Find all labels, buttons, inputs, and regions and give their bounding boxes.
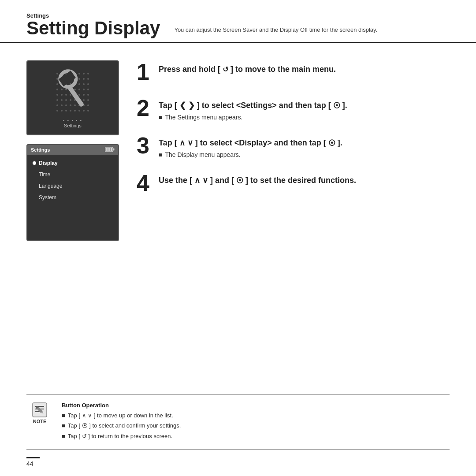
menu-item-system-label: System [33, 194, 56, 201]
screen-1-label-area: • • • • • Settings [63, 119, 82, 130]
svg-point-37 [78, 94, 80, 96]
note-pencil-icon [32, 402, 48, 418]
step-3-note: ■ The Display menu appears. [159, 151, 342, 158]
note-item-3: ■ Tap [ ↺ ] to return to the previous sc… [62, 432, 450, 441]
step-1-number: 1 [137, 60, 159, 83]
screen-dots: • • • • • [63, 119, 82, 123]
svg-rect-71 [106, 148, 108, 151]
step-1-title: Press and hold [ ↺ ] to move to the main… [159, 64, 336, 75]
step-3: 3 Tap [ ∧ ∨ ] to select <Display> and th… [137, 134, 450, 158]
svg-point-16 [56, 83, 58, 85]
note-item-1: ■ Tap [ ∧ ∨ ] to move up or down in the … [62, 411, 450, 420]
active-dot [33, 161, 36, 165]
note-item-1-text: Tap [ ∧ ∨ ] to move up or down in the li… [68, 411, 173, 420]
svg-point-56 [56, 110, 58, 112]
note-section: NOTE Button Operation ■ Tap [ ∧ ∨ ] to m… [26, 394, 450, 450]
menu-item-display: Display [27, 157, 118, 169]
step-2-note: ■ The Settings menu appears. [159, 114, 347, 121]
svg-rect-66 [67, 85, 85, 107]
svg-point-23 [87, 83, 89, 85]
note-bullet-icon-1: ■ [62, 411, 65, 420]
svg-point-50 [65, 104, 67, 106]
left-column: • • • • • Settings Settings [26, 60, 119, 241]
page: Settings Setting Display You can adjust … [0, 0, 476, 476]
step-3-number: 3 [137, 134, 159, 157]
svg-point-52 [74, 104, 76, 106]
step-4-number: 4 [137, 171, 159, 194]
menu-header-bar: Settings [27, 145, 118, 155]
svg-point-22 [83, 83, 85, 85]
page-number-line [26, 457, 40, 458]
svg-point-61 [78, 110, 80, 112]
svg-rect-73 [111, 148, 112, 151]
svg-point-58 [65, 110, 67, 112]
note-bullet-icon-2: ■ [62, 421, 65, 430]
svg-point-26 [65, 89, 67, 90]
svg-point-31 [87, 89, 89, 90]
menu-item-time-label: Time [33, 171, 50, 178]
step-2-note-text: The Settings menu appears. [165, 114, 242, 121]
page-number: 44 [26, 460, 33, 467]
svg-point-30 [83, 89, 85, 90]
svg-point-38 [83, 94, 85, 96]
screen-1-label: Settings [63, 123, 82, 130]
step-1: 1 Press and hold [ ↺ ] to move to the ma… [137, 60, 450, 83]
wrench-icon [53, 69, 93, 118]
step-3-title: Tap [ ∧ ∨ ] to select <Display> and then… [159, 138, 342, 149]
menu-item-display-label: Display [39, 160, 58, 166]
svg-point-24 [56, 89, 58, 90]
note-icon-area: NOTE [26, 402, 53, 424]
step-3-note-text: The Display menu appears. [165, 151, 240, 158]
menu-item-time: Time [27, 169, 118, 180]
menu-title: Settings [31, 147, 50, 152]
step-1-content: Press and hold [ ↺ ] to move to the main… [159, 60, 336, 75]
step-2-content: Tap [ ❮ ❯ ] to select <Settings> and the… [159, 97, 347, 121]
svg-point-7 [87, 73, 89, 74]
svg-point-8 [56, 78, 58, 80]
main-content: • • • • • Settings Settings [0, 43, 476, 241]
svg-point-0 [56, 73, 58, 74]
svg-point-62 [83, 110, 85, 112]
svg-point-33 [61, 94, 63, 96]
menu-items: Display Time Language System [27, 155, 118, 206]
note-label: NOTE [33, 419, 47, 424]
svg-point-48 [56, 104, 58, 106]
step-2: 2 Tap [ ❮ ❯ ] to select <Settings> and t… [137, 97, 450, 121]
note-content: Button Operation ■ Tap [ ∧ ∨ ] to move u… [62, 402, 450, 443]
svg-point-29 [78, 89, 80, 90]
svg-point-60 [74, 110, 76, 112]
note-item-2-text: Tap [ ⦿ ] to select and confirm your set… [68, 421, 181, 430]
svg-point-28 [74, 89, 76, 90]
note-bullet-2: ■ [159, 151, 162, 158]
device-screen-1: • • • • • Settings [26, 60, 119, 135]
svg-rect-70 [113, 149, 115, 151]
battery-icon [105, 147, 115, 153]
header-left: Settings Setting Display [26, 12, 160, 37]
note-bullet: ■ [159, 114, 162, 121]
step-2-title: Tap [ ❮ ❯ ] to select <Settings> and the… [159, 100, 347, 111]
svg-point-34 [65, 94, 67, 96]
svg-point-32 [56, 94, 58, 96]
menu-item-language-label: Language [33, 183, 62, 189]
svg-rect-72 [108, 148, 111, 151]
step-4-title: Use the [ ∧ ∨ ] and [ ⦿ ] to set the des… [159, 175, 356, 186]
svg-point-47 [87, 99, 89, 101]
svg-point-21 [78, 83, 80, 85]
note-bullet-icon-3: ■ [62, 432, 65, 441]
svg-point-63 [87, 110, 89, 112]
svg-point-57 [61, 110, 63, 112]
svg-point-59 [70, 110, 71, 112]
page-number-area: 44 [26, 457, 40, 467]
svg-point-6 [83, 73, 85, 74]
svg-point-25 [61, 89, 63, 90]
note-item-3-text: Tap [ ↺ ] to return to the previous scre… [68, 432, 172, 441]
menu-item-system: System [27, 192, 118, 203]
svg-point-15 [87, 78, 89, 80]
device-screen-2: Settings Display [26, 144, 119, 241]
svg-point-46 [83, 99, 85, 101]
note-item-2: ■ Tap [ ⦿ ] to select and confirm your s… [62, 421, 450, 430]
step-3-content: Tap [ ∧ ∨ ] to select <Display> and then… [159, 134, 342, 158]
svg-point-39 [87, 94, 89, 96]
svg-point-42 [65, 99, 67, 101]
step-4: 4 Use the [ ∧ ∨ ] and [ ⦿ ] to set the d… [137, 171, 450, 194]
